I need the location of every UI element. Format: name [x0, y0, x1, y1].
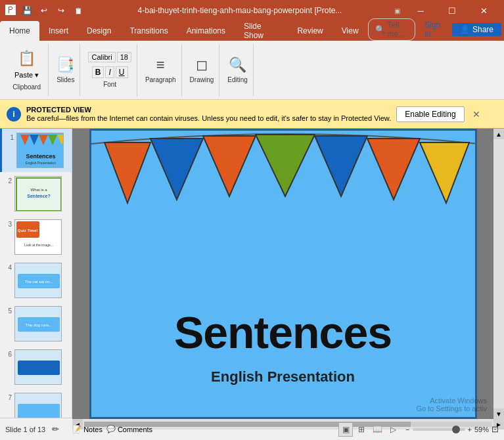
tab-home[interactable]: Home: [0, 21, 39, 41]
slide-num-7: 7: [3, 394, 12, 401]
protected-title: PROTECTED VIEW: [26, 106, 391, 114]
main-slide: Sentences English Presentation: [89, 129, 477, 419]
slide-thumb-1[interactable]: 1 Sentences English Presentation: [0, 129, 72, 172]
ribbon-clipboard-row: Paste ▾: [11, 70, 43, 81]
share-label: Share: [472, 25, 493, 34]
notes-button[interactable]: 📝 Notes: [72, 425, 103, 433]
sign-in-button[interactable]: Sign in: [418, 19, 449, 40]
shapes-icon: ◻: [196, 56, 208, 74]
notes-label: Notes: [83, 426, 103, 433]
powerpoint-icon: 🅿: [5, 5, 16, 16]
svg-text:Sentences: Sentences: [26, 153, 55, 160]
comments-label: Comments: [118, 426, 152, 433]
svg-text:The cat sat on...: The cat sat on...: [24, 280, 53, 284]
clipboard-icon: 📋: [18, 50, 35, 67]
svg-marker-35: [367, 139, 420, 200]
slide-content-wrapper: Sentences English Presentation Activate …: [72, 129, 504, 418]
ribbon-paragraph: ≡ Paragraph: [140, 44, 182, 97]
slide-thumb-7[interactable]: 7: [0, 389, 72, 418]
tab-view[interactable]: View: [332, 21, 368, 41]
share-button[interactable]: 👤 Share: [452, 23, 501, 36]
slide-panel: 1 Sentences English Presentation: [0, 129, 72, 418]
ribbon-tabs: Home Insert Design Transitions Animation…: [0, 21, 504, 41]
zoom-slider[interactable]: [413, 428, 465, 431]
align-icon: ≡: [156, 56, 165, 74]
right-scrollbar[interactable]: ▲ ▼: [493, 129, 504, 419]
svg-marker-36: [420, 143, 469, 203]
svg-text:What is a: What is a: [30, 188, 47, 192]
tab-design[interactable]: Design: [78, 21, 120, 41]
new-slide-icon: 📑: [57, 56, 74, 74]
redo-button[interactable]: ↪: [54, 3, 68, 18]
svg-marker-31: [150, 139, 203, 200]
slides-label: Slides: [57, 76, 74, 83]
slide-thumb-4[interactable]: 4 The cat sat on...: [0, 259, 72, 302]
svg-marker-32: [203, 136, 256, 196]
svg-text:Look at the image...: Look at the image...: [24, 243, 53, 247]
slide-num-2: 2: [3, 177, 12, 185]
zoom-in-button[interactable]: +: [468, 426, 472, 433]
person-icon: 👤: [460, 25, 470, 34]
font-name[interactable]: Calibri: [88, 52, 115, 62]
slide-panel-scroll[interactable]: 1 Sentences English Presentation: [0, 129, 72, 418]
slide-num-1: 1: [5, 134, 14, 141]
normal-view-button[interactable]: ▣: [338, 422, 353, 437]
info-icon: i: [7, 107, 21, 121]
slide-thumb-2[interactable]: 2 What is a Sentence?: [0, 172, 72, 215]
tab-transitions[interactable]: Transitions: [120, 21, 177, 41]
slide-display-area: Sentences English Presentation Activate …: [72, 129, 493, 419]
svg-text:Quiz Time!: Quiz Time!: [18, 229, 38, 232]
enable-editing-button[interactable]: Enable Editing: [396, 106, 464, 122]
slide-title: Sentences: [91, 307, 475, 358]
zoom-out-button[interactable]: −: [405, 426, 409, 433]
slide-thumbnail-6: [14, 349, 62, 385]
slide-thumbnail-5: The dog runs...: [14, 306, 62, 341]
zoom-handle: [452, 426, 460, 433]
tab-slideshow[interactable]: Slide Show: [235, 21, 288, 41]
italic-button[interactable]: I: [105, 66, 114, 78]
tab-animations[interactable]: Animations: [177, 21, 235, 41]
font-label: Font: [103, 81, 116, 88]
protected-view-bar: i PROTECTED VIEW Be careful—files from t…: [0, 100, 504, 129]
protected-message: Be careful—files from the Internet can c…: [26, 114, 391, 122]
ribbon-editing: 🔍 Editing: [222, 44, 254, 97]
ribbon-clipboard: 📋 Paste ▾ Clipboard: [5, 44, 49, 97]
slideshow-button[interactable]: ▷: [386, 422, 400, 437]
view-buttons: ▣ ⊞ 📖 ▷: [338, 422, 400, 437]
tell-me-input[interactable]: 🔍 Tell me...: [368, 18, 416, 41]
undo-button[interactable]: ↩: [37, 3, 51, 18]
slide-and-scroll: Sentences English Presentation Activate …: [72, 129, 504, 419]
save-button[interactable]: 💾: [20, 3, 34, 18]
reading-view-button[interactable]: 📖: [370, 422, 384, 437]
paste-button[interactable]: Paste ▾: [11, 70, 43, 81]
zoom-level: 59%: [474, 426, 489, 433]
slide-thumb-6[interactable]: 6: [0, 345, 72, 389]
window-title: 4-bai-thuyet-trinh-tieng-anh-mau-bang-po…: [85, 6, 394, 15]
svg-marker-33: [256, 135, 315, 196]
ribbon-slides: 📑 Slides: [51, 44, 80, 97]
slide-sorter-button[interactable]: ⊞: [354, 422, 369, 437]
title-bar-left: 🅿 💾 ↩ ↪ 📋: [5, 3, 85, 18]
tab-review[interactable]: Review: [288, 21, 332, 41]
fit-slide-button[interactable]: ⊡: [492, 424, 499, 434]
svg-text:English Presentation: English Presentation: [26, 161, 56, 165]
underline-button[interactable]: U: [116, 66, 128, 78]
customize-button[interactable]: 📋: [71, 3, 85, 18]
scroll-up-button[interactable]: ▲: [493, 129, 504, 139]
drawing-label: Drawing: [190, 76, 214, 83]
main-area: 1 Sentences English Presentation: [0, 129, 504, 418]
svg-text:Sentence?: Sentence?: [27, 194, 50, 198]
slide-thumb-3[interactable]: 3 Quiz Time! Look at the image...: [0, 215, 72, 259]
close-protected-bar-button[interactable]: ✕: [470, 108, 483, 121]
ribbon-font: Calibri 18 B I U Font: [83, 44, 137, 97]
slide-thumb-5[interactable]: 5 The dog runs...: [0, 302, 72, 345]
ribbon-drawing: ◻ Drawing: [185, 44, 220, 97]
tab-insert[interactable]: Insert: [39, 21, 78, 41]
comments-button[interactable]: 💬 Comments: [106, 425, 152, 433]
scroll-down-button[interactable]: ▼: [493, 408, 504, 419]
bold-button[interactable]: B: [92, 66, 104, 78]
search-icon: 🔍: [375, 25, 385, 34]
editing-label: Editing: [227, 76, 248, 83]
zoom-controls: − + 59% ⊡: [405, 424, 499, 434]
font-size[interactable]: 18: [117, 52, 131, 62]
